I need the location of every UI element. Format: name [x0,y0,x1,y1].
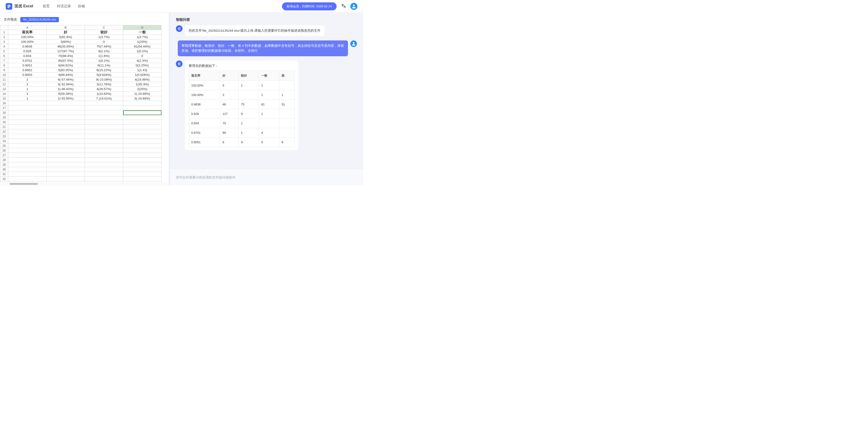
cell[interactable]: 0.9053 [8,72,46,77]
row-header[interactable]: 6 [0,54,8,58]
cell[interactable] [46,177,85,181]
cell[interactable]: 9(2.1%) [85,49,123,54]
cell[interactable] [85,139,123,144]
cell[interactable] [46,158,85,162]
cell[interactable]: 0 [85,39,123,44]
row-header[interactable]: 15 [0,96,8,101]
cell[interactable] [123,172,161,177]
cell[interactable] [8,144,46,148]
column-header[interactable]: C [85,25,123,30]
cell[interactable] [85,110,123,115]
row-header[interactable]: 3 [0,39,8,44]
cell[interactable] [8,162,46,167]
cell[interactable] [123,177,161,181]
cell[interactable]: 5(83.35%) [46,68,85,72]
cell[interactable] [85,177,123,181]
cell[interactable] [8,153,46,158]
cell[interactable] [46,162,85,167]
cell[interactable] [46,115,85,120]
cell[interactable] [123,125,161,129]
row-header[interactable]: 27 [0,153,8,158]
cell[interactable] [85,153,123,158]
cell[interactable] [46,106,85,110]
cell[interactable]: 0 [123,54,161,58]
cell[interactable]: 6(59.38%) [46,92,85,96]
cell[interactable]: 2(25%) [123,87,161,92]
cell[interactable] [85,158,123,162]
cell[interactable] [46,125,85,129]
cell[interactable] [123,110,161,115]
cell[interactable] [8,177,46,181]
cell[interactable]: 46(35.95%) [46,44,85,49]
cell[interactable]: 6(84.82%) [46,63,85,68]
cell[interactable] [123,162,161,167]
cell[interactable] [8,158,46,162]
cell[interactable] [85,167,123,172]
cell[interactable] [8,148,46,153]
cell[interactable]: 4(-57.44%) [46,77,85,82]
cell[interactable] [46,110,85,115]
cell[interactable] [46,172,85,177]
cell[interactable]: 1 [8,77,46,82]
cell[interactable]: 5(92.6%) [46,35,85,39]
row-header[interactable]: 32 [0,177,8,181]
cell[interactable] [46,139,85,144]
row-header[interactable]: 24 [0,139,8,144]
spreadsheet[interactable]: ABCD1落实率好较好一般2100.00%5(92.6%)1(3.7%)1(3.… [0,25,169,183]
cell[interactable]: 1(3.7%) [85,35,123,39]
row-header[interactable]: 13 [0,87,8,92]
cell[interactable]: 100.00% [8,35,46,39]
row-header[interactable]: 23 [0,134,8,139]
cell[interactable]: 81(54.44%) [123,44,161,49]
cell[interactable] [46,144,85,148]
cell[interactable]: 1(3.7%) [123,35,161,39]
row-header[interactable]: 11 [0,77,8,82]
cell[interactable]: 1(-55.95%) [46,96,85,101]
cell[interactable]: 1 [8,92,46,96]
cell[interactable]: 1(0.926%) [123,72,161,77]
cell[interactable]: 127(97.7%) [46,49,85,54]
cell[interactable] [8,139,46,144]
cell[interactable] [123,134,161,139]
cell[interactable]: 9(11.1%) [85,63,123,68]
cell[interactable]: 8(15.22%) [85,68,123,72]
cell[interactable]: 100.00% [8,39,46,44]
cell[interactable] [46,129,85,134]
row-header[interactable]: 5 [0,49,8,54]
cell[interactable]: 1(35.3%) [123,82,161,87]
cell[interactable] [8,101,46,106]
cell[interactable] [123,129,161,134]
cell[interactable] [123,120,161,125]
cell[interactable] [85,162,123,167]
cell[interactable]: 一般 [123,30,161,35]
file-chip[interactable]: file_20250214135244.xlsx [20,17,59,22]
cell[interactable]: 70(98.4%) [46,54,85,58]
nav-home[interactable]: 首页 [42,4,50,8]
cell[interactable]: 3(60%) [46,39,85,44]
column-header[interactable]: D [123,25,161,30]
cell[interactable]: 1(1.43) [123,68,161,72]
cell[interactable]: 0.8952 [8,68,46,72]
cell[interactable] [123,139,161,144]
cell[interactable] [8,167,46,172]
cell[interactable]: 0.9636 [8,44,46,49]
cell[interactable] [46,167,85,172]
cell[interactable] [123,101,161,106]
cell[interactable] [123,158,161,162]
cell[interactable]: 3(-24.69%) [123,96,161,101]
cell[interactable]: 3(-52.94%) [46,82,85,87]
nav-history[interactable]: 对话记录 [57,4,71,8]
cell[interactable] [85,125,123,129]
row-header[interactable]: 18 [0,110,8,115]
row-header[interactable]: 30 [0,167,8,172]
cell[interactable]: 较好 [85,30,123,35]
cell[interactable] [46,148,85,153]
member-badge[interactable]: 标准会员，到期时间: 2025-02-24 [282,2,337,10]
cell[interactable]: 4(2.3%) [123,58,161,63]
cell[interactable] [123,153,161,158]
cell[interactable] [85,148,123,153]
cell[interactable] [8,120,46,125]
cell[interactable] [123,167,161,172]
row-header[interactable]: 8 [0,63,8,68]
row-header[interactable]: 4 [0,44,8,49]
